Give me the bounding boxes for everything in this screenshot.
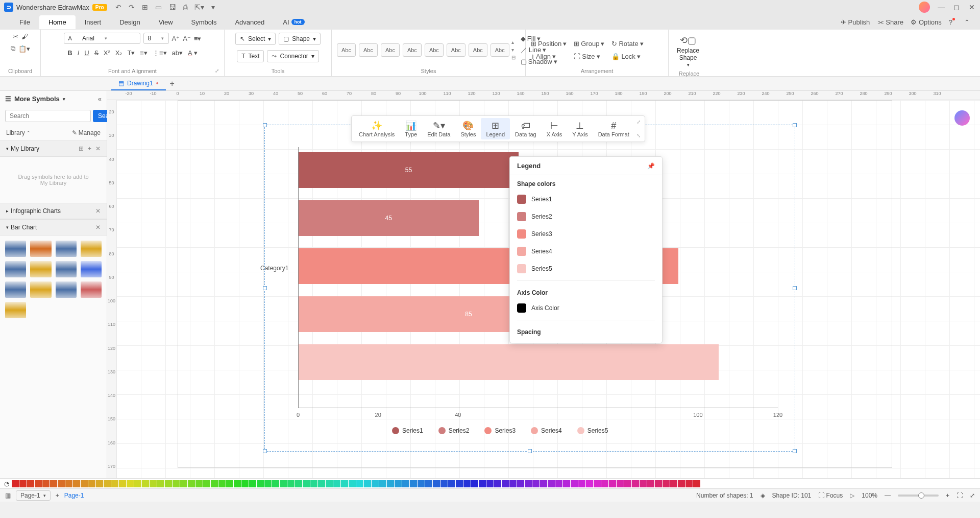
infographic-section[interactable]: ▸Infographic Charts ✕	[0, 203, 107, 219]
color-swatch[interactable]	[517, 247, 526, 256]
color-swatch[interactable]	[502, 480, 509, 487]
add-tab-button[interactable]: +	[170, 79, 175, 88]
help-button[interactable]: ?	[949, 18, 957, 26]
collapse-ribbon-button[interactable]: ⌃	[964, 18, 970, 26]
add-lib-icon[interactable]: ⊞	[79, 145, 84, 152]
color-swatch[interactable]	[571, 480, 578, 487]
chart-thumbnail[interactable]	[56, 261, 77, 277]
line-spacing-button[interactable]: ≡▾	[140, 49, 148, 57]
color-swatch[interactable]	[295, 480, 302, 487]
current-page-label[interactable]: Page-1	[64, 492, 84, 499]
minimize-button[interactable]: —	[937, 3, 945, 11]
color-swatch[interactable]	[310, 480, 317, 487]
toolbar-collapse-icon[interactable]: ⤡	[636, 133, 641, 138]
format-painter-button[interactable]: 🖌	[21, 33, 28, 40]
add-page-button[interactable]: +	[56, 492, 59, 499]
legend-color-row[interactable]: Series5	[510, 260, 662, 277]
color-swatch[interactable]	[517, 264, 526, 273]
focus-button[interactable]: ⛶ Focus	[818, 492, 843, 499]
close-button[interactable]: ✕	[968, 3, 976, 11]
align-button[interactable]: ≡▾	[194, 35, 202, 42]
color-swatch[interactable]	[272, 480, 279, 487]
menu-view[interactable]: View	[150, 15, 182, 29]
color-swatch[interactable]	[195, 480, 203, 487]
lock-button[interactable]: 🔒 Lock▾	[611, 53, 643, 60]
eyedropper-icon[interactable]: ◔	[4, 480, 9, 487]
color-swatch[interactable]	[19, 480, 27, 487]
color-swatch[interactable]	[395, 480, 402, 487]
legend-item[interactable]: Series1	[392, 427, 423, 434]
new-button[interactable]: ⊞	[142, 3, 148, 11]
gallery-down[interactable]: ▾	[511, 47, 516, 53]
my-library-section[interactable]: ▾My Library ⊞+✕	[0, 140, 107, 157]
legend-item[interactable]: Series5	[577, 427, 608, 434]
italic-button[interactable]: I	[78, 49, 80, 57]
axis-color-swatch[interactable]	[517, 303, 526, 313]
color-swatch[interactable]	[647, 480, 654, 487]
color-swatch[interactable]	[387, 480, 394, 487]
color-swatch[interactable]	[471, 480, 478, 487]
color-swatch[interactable]	[81, 480, 88, 487]
color-swatch[interactable]	[494, 480, 501, 487]
color-swatch[interactable]	[341, 480, 348, 487]
color-swatch[interactable]	[479, 480, 486, 487]
chart-thumbnail[interactable]	[81, 261, 102, 277]
strike-button[interactable]: S̶	[94, 49, 99, 57]
color-swatch[interactable]	[218, 480, 226, 487]
export-button[interactable]: ⇱▾	[194, 3, 204, 11]
color-swatch[interactable]	[663, 480, 670, 487]
style-preset[interactable]: Abc	[469, 43, 487, 57]
bold-button[interactable]: B	[67, 49, 72, 57]
chart-bar[interactable]	[299, 344, 719, 380]
color-swatch[interactable]	[211, 480, 218, 487]
color-swatch[interactable]	[203, 480, 210, 487]
color-swatch[interactable]	[333, 480, 340, 487]
color-swatch[interactable]	[640, 480, 647, 487]
legend-item[interactable]: Series4	[531, 427, 562, 434]
color-swatch[interactable]	[318, 480, 325, 487]
page-selector[interactable]: Page-1 ▾	[16, 490, 51, 501]
decrease-font-button[interactable]: A⁻	[183, 35, 191, 42]
color-swatch[interactable]	[142, 480, 149, 487]
color-swatch[interactable]	[119, 480, 126, 487]
color-swatch[interactable]	[264, 480, 272, 487]
font-size-select[interactable]: 8▾	[143, 33, 169, 44]
options-button[interactable]: ⚙ Options	[911, 18, 942, 26]
close-lib-icon[interactable]: ✕	[95, 145, 101, 152]
chart-thumbnail[interactable]	[5, 302, 26, 318]
color-swatch[interactable]	[517, 195, 526, 204]
color-swatch[interactable]	[226, 480, 233, 487]
legend-color-row[interactable]: Series1	[510, 191, 662, 208]
zoom-slider[interactable]	[898, 495, 939, 497]
style-preset[interactable]: Abc	[337, 43, 356, 57]
color-swatch[interactable]	[96, 480, 103, 487]
chart-thumbnail[interactable]	[56, 281, 77, 298]
resize-handle[interactable]	[793, 286, 797, 290]
color-swatch[interactable]	[287, 480, 295, 487]
shape-tool[interactable]: ▢ Shape ▾	[279, 33, 321, 45]
replace-shape-button[interactable]: ⟲▢ Replace Shape ▾	[674, 33, 702, 69]
style-preset[interactable]: Abc	[381, 43, 400, 57]
resize-handle[interactable]	[528, 449, 532, 453]
color-swatch[interactable]	[517, 212, 526, 221]
chart-bar[interactable]: 45	[299, 200, 479, 236]
menu-design[interactable]: Design	[110, 15, 149, 29]
toolbar-legend[interactable]: ⊞Legend	[481, 118, 510, 139]
fit-page-icon[interactable]: ⛶	[957, 492, 963, 499]
text-tool[interactable]: T Text	[237, 50, 264, 62]
color-swatch[interactable]	[601, 480, 608, 487]
toolbar-styles[interactable]: 🎨Styles	[455, 118, 481, 139]
pin-icon[interactable]: 📌	[647, 162, 655, 170]
user-avatar[interactable]	[919, 2, 930, 13]
color-swatch[interactable]	[104, 480, 111, 487]
toolbar-x-axis[interactable]: ⊢X Axis	[542, 118, 568, 139]
color-swatch[interactable]	[540, 480, 547, 487]
chart-thumbnail[interactable]	[81, 281, 102, 298]
copy-button[interactable]: ⧉	[11, 44, 15, 53]
color-swatch[interactable]	[157, 480, 164, 487]
color-swatch[interactable]	[73, 480, 80, 487]
symbol-search-input[interactable]	[5, 110, 91, 122]
menu-home[interactable]: Home	[39, 15, 76, 29]
color-swatch[interactable]	[35, 480, 42, 487]
select-tool[interactable]: ↖ Select ▾	[235, 33, 276, 45]
